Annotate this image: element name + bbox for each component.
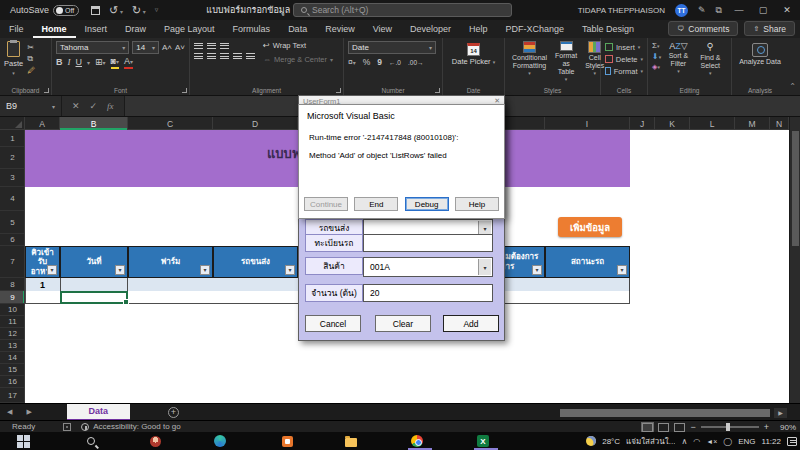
scroll-right-icon[interactable]: ▶	[774, 408, 787, 418]
row-header-10[interactable]: 10	[0, 304, 25, 316]
shrink-font-icon[interactable]: A˅	[175, 43, 185, 52]
align-left-icon[interactable]	[194, 52, 203, 60]
table-header-truck-status[interactable]: สถานะรถ▾	[545, 246, 630, 278]
sheet-tab-data[interactable]: Data	[67, 404, 130, 421]
teams-icon[interactable]: ◯	[723, 437, 732, 446]
filter-icon[interactable]: ▾	[285, 265, 295, 275]
filter-icon[interactable]: ▾	[47, 265, 57, 275]
filter-icon[interactable]: ▾	[200, 265, 210, 275]
save-icon[interactable]	[91, 6, 100, 15]
ribbon-tab-data[interactable]: Data	[279, 20, 316, 38]
comments-button[interactable]: 🗨Comments	[668, 21, 738, 36]
macro-record-icon[interactable]	[63, 423, 71, 431]
row-header-17[interactable]: 17	[0, 388, 25, 403]
bold-button[interactable]: B	[56, 57, 63, 67]
prev-sheet-icon[interactable]: ◀	[0, 408, 19, 416]
zoom-out-icon[interactable]: −	[690, 422, 695, 432]
zoom-in-icon[interactable]: +	[764, 422, 769, 432]
clock[interactable]: 11:22	[762, 437, 781, 446]
column-header-i[interactable]: I	[545, 117, 630, 130]
increase-indent-icon[interactable]	[246, 52, 255, 60]
weather-icon[interactable]	[586, 436, 596, 446]
presenter-icon[interactable]: ⧉	[716, 5, 722, 16]
select-all-corner[interactable]	[0, 117, 25, 130]
selected-cell-b9[interactable]	[60, 291, 128, 304]
decrease-indent-icon[interactable]	[233, 52, 242, 60]
copy-icon[interactable]: ⧉	[27, 54, 35, 64]
insert-cells-button[interactable]: Insert▾	[605, 41, 643, 53]
cancel-button[interactable]: Cancel	[305, 315, 361, 332]
weather-text[interactable]: แจ่มใสส่วนใ...	[626, 435, 675, 448]
align-bottom-icon[interactable]	[220, 41, 229, 49]
name-box[interactable]: B9▾	[0, 96, 62, 116]
format-cells-button[interactable]: Format▾	[605, 65, 643, 77]
language-indicator[interactable]: ENG	[738, 437, 755, 446]
ribbon-tab-insert[interactable]: Insert	[76, 20, 117, 38]
new-sheet-icon[interactable]: +	[168, 407, 179, 418]
zoom-slider-thumb[interactable]	[726, 423, 730, 431]
align-right-icon[interactable]	[220, 52, 229, 60]
align-middle-icon[interactable]	[207, 41, 216, 49]
vertical-scrollbar-thumb[interactable]	[792, 131, 799, 246]
alignment-dialog-launcher[interactable]	[336, 88, 341, 93]
row-header-7[interactable]: 7	[0, 246, 25, 278]
increase-decimal-icon[interactable]: ←.0	[389, 59, 401, 66]
taskbar-store[interactable]	[280, 434, 294, 448]
wrap-text-button[interactable]: ↩Wrap Text	[263, 41, 333, 50]
row-header-9[interactable]: 9	[0, 291, 25, 304]
page-layout-view-icon[interactable]	[658, 423, 669, 432]
row-header-6[interactable]: 6	[0, 234, 25, 246]
merge-center-button[interactable]: ⇔Merge & Center▾	[263, 55, 333, 64]
find-select-button[interactable]: ⚲Find & Select▾	[694, 41, 727, 83]
clear-button[interactable]: Clear	[375, 315, 431, 332]
borders-icon[interactable]: ⊞▾	[95, 57, 106, 67]
analyze-data-button[interactable]: Analyze Data	[736, 43, 784, 66]
action-center-icon[interactable]	[787, 437, 797, 446]
dropdown-icon[interactable]: ▾	[478, 259, 491, 275]
filter-icon[interactable]: ▾	[617, 265, 627, 275]
help-button[interactable]: Help	[455, 197, 499, 211]
zoom-level[interactable]: 90%	[774, 423, 796, 432]
decrease-decimal-icon[interactable]: .00→	[408, 59, 424, 66]
add-button[interactable]: Add	[443, 315, 499, 332]
search-input[interactable]: Search (Alt+Q)	[293, 3, 512, 17]
temperature[interactable]: 28°C	[602, 437, 620, 446]
close-button[interactable]: ✕	[780, 5, 794, 15]
network-icon[interactable]: ◠	[693, 437, 700, 446]
pen-icon[interactable]: ✎	[698, 5, 706, 15]
accessibility-status[interactable]: Accessibility: Good to go	[93, 422, 181, 431]
date-picker-button[interactable]: 14 Date Picker ▾	[447, 43, 500, 67]
column-header-n[interactable]: N	[770, 117, 789, 130]
ribbon-tab-developer[interactable]: Developer	[401, 20, 460, 38]
row-header-2[interactable]: 2	[0, 147, 25, 169]
fill-icon[interactable]: ⬇▾	[652, 52, 661, 61]
row-header-5[interactable]: 5	[0, 211, 25, 234]
page-break-view-icon[interactable]	[674, 423, 685, 432]
taskbar-app-people[interactable]	[148, 434, 162, 448]
document-title[interactable]: แบบฟอร์มกรอกข้อมูล▾	[206, 3, 297, 17]
autosave-toggle[interactable]: AutoSave Off	[10, 5, 79, 16]
row-header-14[interactable]: 14	[0, 352, 25, 364]
horizontal-scrollbar-thumb[interactable]	[560, 409, 770, 417]
font-size-combo[interactable]: 14▾	[132, 41, 159, 54]
row-header-11[interactable]: 11	[0, 316, 25, 328]
autosum-icon[interactable]: Σ▾	[652, 41, 661, 50]
format-painter-icon[interactable]: 🖉	[27, 66, 35, 75]
debug-button[interactable]: Debug	[405, 197, 449, 211]
number-dialog-launcher[interactable]	[435, 88, 440, 93]
user-avatar[interactable]: TT	[675, 4, 688, 17]
row-header-3[interactable]: 3	[0, 169, 25, 187]
hidden-icons-chevron[interactable]: ∧	[681, 437, 687, 446]
column-header-c[interactable]: C	[128, 117, 213, 130]
taskbar-search-button[interactable]	[84, 434, 98, 448]
vertical-scrollbar[interactable]	[789, 117, 800, 403]
font-color-icon[interactable]: A▾	[124, 57, 133, 67]
ribbon-tab-page-layout[interactable]: Page Layout	[155, 20, 224, 38]
percent-style-icon[interactable]: %	[363, 57, 371, 67]
sort-filter-button[interactable]: AZ▽Sort & Filter▾	[663, 41, 693, 83]
taskbar-chrome[interactable]	[410, 434, 424, 448]
row-header-12[interactable]: 12	[0, 328, 25, 340]
table-header-date[interactable]: วันที่▾	[60, 246, 128, 278]
number-format-combo[interactable]: Date▾	[348, 41, 436, 54]
row-header-15[interactable]: 15	[0, 364, 25, 376]
